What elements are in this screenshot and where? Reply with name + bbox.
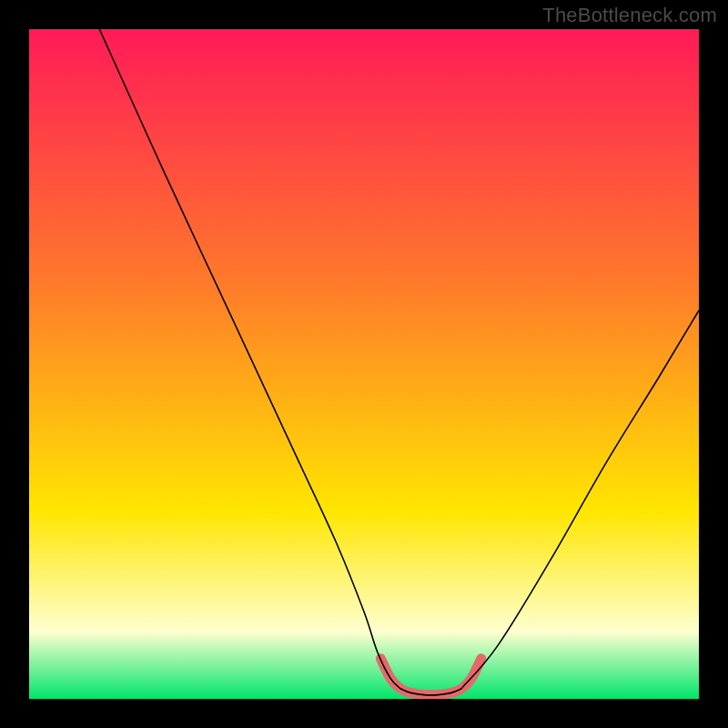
chart-svg <box>29 29 699 699</box>
chart-frame: TheBottleneck.com <box>0 0 728 728</box>
plot-area <box>29 29 699 699</box>
watermark-text: TheBottleneck.com <box>542 4 717 27</box>
gradient-background <box>29 29 699 699</box>
